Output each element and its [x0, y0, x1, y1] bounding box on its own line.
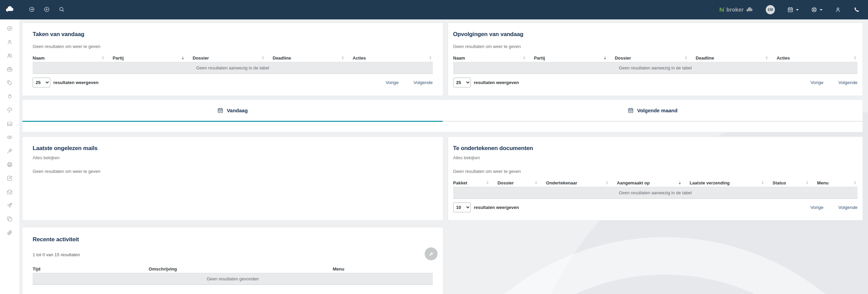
navbar-quick-button[interactable]: [55, 4, 68, 16]
column-header-label: Tijd: [33, 266, 40, 272]
sidebar-item[interactable]: [3, 226, 17, 239]
sidebar-item[interactable]: [3, 212, 17, 226]
sidebar-item[interactable]: [3, 144, 17, 158]
column-header-label: Ondertekenaar: [546, 180, 577, 185]
table-empty-row: Geen resultaten gevonden: [33, 273, 433, 285]
table-footer: 10 resultaten weergeven Vorige Volgende: [453, 202, 858, 212]
sidebar-item[interactable]: [3, 198, 17, 212]
cloud-icon: [5, 4, 15, 15]
table-header-row: Naam Partij Dossier Deadline Act: [453, 54, 858, 62]
column-header[interactable]: Pakket: [453, 179, 498, 187]
column-header[interactable]: Laatste verzending: [690, 179, 773, 187]
column-header[interactable]: Status: [773, 179, 817, 187]
sidebar-item[interactable]: [3, 185, 17, 198]
navbar-quick-button[interactable]: [40, 4, 53, 16]
column-header-label: Dossier: [615, 55, 631, 61]
column-header[interactable]: Ondertekenaar: [546, 179, 617, 187]
column-header[interactable]: Acties: [353, 54, 433, 62]
sidebar-item[interactable]: [3, 158, 17, 171]
sidebar-item[interactable]: [3, 89, 17, 103]
navbar-menu[interactable]: [835, 6, 841, 13]
column-header[interactable]: Naam: [33, 54, 113, 62]
column-header[interactable]: Dossier: [615, 54, 696, 62]
caret-down-icon: [820, 9, 822, 11]
sidebar-item[interactable]: [3, 76, 17, 89]
left-sidebar: [0, 19, 19, 294]
flame-icon: [6, 93, 13, 100]
app-logo[interactable]: [0, 4, 19, 15]
arrow-circle-icon: [29, 6, 35, 14]
send-icon: [6, 202, 13, 209]
page-size-select[interactable]: 25: [33, 78, 50, 87]
column-header-label: Deadline: [273, 55, 291, 61]
wrench-icon: [428, 251, 434, 257]
column-header-label: Acties: [353, 55, 366, 61]
next-page-link[interactable]: Volgende: [838, 205, 857, 210]
sort-icon: [606, 181, 608, 184]
panel-title: Opvolgingen van vandaag: [453, 31, 858, 38]
avatar[interactable]: EM: [766, 5, 775, 14]
column-header[interactable]: Deadline: [696, 54, 777, 62]
sidebar-item[interactable]: [3, 49, 17, 62]
avatar-initials: EM: [768, 8, 773, 12]
mail-open-icon: [6, 189, 13, 195]
navbar-quick-button[interactable]: [25, 4, 38, 16]
column-header[interactable]: Partij: [534, 54, 615, 62]
column-header[interactable]: Tijd: [33, 265, 149, 273]
sidebar-item[interactable]: [3, 35, 17, 49]
table-header-row: Naam Partij Dossier Deadline Act: [33, 54, 433, 62]
column-header-label: Naam: [33, 55, 45, 61]
sidebar-item[interactable]: [3, 130, 17, 144]
brand-rest: broker: [726, 7, 744, 13]
page-size-select[interactable]: 25: [453, 78, 471, 87]
sort-icon: [854, 56, 856, 60]
navbar-menu[interactable]: [787, 6, 799, 13]
column-header[interactable]: Menu: [817, 179, 857, 187]
tab-vandaag[interactable]: Vandaag: [22, 100, 443, 122]
next-page-link[interactable]: Volgende: [838, 80, 857, 85]
view-all-link[interactable]: Alles bekijken: [453, 155, 480, 160]
sidebar-item[interactable]: [3, 171, 17, 185]
sort-icon: [102, 56, 104, 60]
main-content: Taken van vandaag Geen resultaten om wee…: [19, 19, 868, 294]
navbar-quick-actions: [25, 4, 68, 16]
previous-page-link[interactable]: Vorige: [810, 80, 823, 85]
previous-page-link[interactable]: Vorige: [810, 205, 823, 210]
sort-icon: [806, 181, 808, 184]
view-all-link[interactable]: Alles bekijken: [33, 155, 60, 160]
page-size-label: resultaten weergeven: [474, 205, 519, 210]
panel-title: Taken van vandaag: [33, 31, 433, 38]
sort-icon: [262, 56, 264, 60]
next-page-link[interactable]: Volgende: [413, 80, 432, 85]
tab-volgende-maand[interactable]: Volgende maand: [443, 100, 863, 122]
column-header[interactable]: Dossier: [497, 179, 546, 187]
sidebar-item[interactable]: [3, 103, 17, 117]
table-header-row: Pakket Dossier Ondertekenaar Aangemaakt …: [453, 179, 858, 187]
column-header[interactable]: Deadline: [273, 54, 353, 62]
previous-page-link[interactable]: Vorige: [386, 80, 398, 85]
column-header[interactable]: Omschrijving: [149, 265, 333, 273]
settings-wrench-button[interactable]: [425, 247, 438, 260]
sidebar-item[interactable]: [3, 21, 17, 35]
empty-note: Geen resultaten om weer te geven: [33, 169, 433, 174]
copy-icon: [6, 216, 13, 222]
column-header[interactable]: Naam: [453, 54, 534, 62]
navbar-menu[interactable]: [853, 6, 860, 13]
sidebar-item[interactable]: [3, 62, 17, 76]
column-header[interactable]: Dossier: [193, 54, 273, 62]
page-size-select[interactable]: 10: [453, 202, 471, 212]
brand-logo[interactable]: hibroker: [719, 6, 754, 14]
sort-icon: [535, 181, 537, 184]
column-header[interactable]: Aangemaakt op: [617, 179, 690, 187]
sort-icon: [685, 56, 687, 60]
navbar-menu[interactable]: [811, 6, 822, 13]
column-header[interactable]: Menu: [333, 265, 433, 273]
edit-icon: [6, 175, 13, 181]
panel-title: Te ondertekenen documenten: [453, 145, 858, 152]
column-header[interactable]: Acties: [777, 54, 857, 62]
column-header[interactable]: Partij: [113, 54, 193, 62]
caret-down-icon: [796, 9, 799, 11]
column-header-label: Aangemaakt op: [617, 180, 650, 185]
sidebar-item[interactable]: [3, 117, 17, 130]
table-empty-row: Geen resultaten aanwezig in de tabel: [453, 62, 858, 74]
